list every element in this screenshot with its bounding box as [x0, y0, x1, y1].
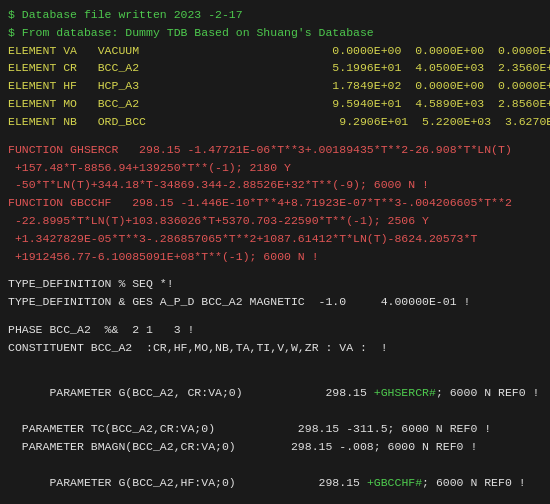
parameter-g-cr-va: PARAMETER G(BCC_A2, CR:VA;0) 298.15 +GHS… — [8, 367, 542, 420]
constituent-bcc-a2: CONSTITUENT BCC_A2 :CR,HF,MO,NB,TA,TI,V,… — [8, 339, 542, 357]
parameter-bmagn-cr-va: PARAMETER BMAGN(BCC_A2,CR:VA;0) 298.15 -… — [8, 438, 542, 456]
typedef-1: TYPE_DEFINITION % SEQ *! — [8, 275, 542, 293]
element-va: ELEMENT VA VACUUM 0.0000E+00 0.0000E+00 … — [8, 42, 542, 60]
element-hf: ELEMENT HF HCP_A3 1.7849E+02 0.0000E+00 … — [8, 77, 542, 95]
terminal-window: $ Database file written 2023 -2-17 $ Fro… — [0, 0, 550, 504]
parameter-tc-cr-va: PARAMETER TC(BCC_A2,CR:VA;0) 298.15 -311… — [8, 420, 542, 438]
function-gbcchf-1: FUNCTION GBCCHF 298.15 -1.446E-10*T**4+8… — [8, 194, 542, 212]
typedef-2: TYPE_DEFINITION & GES A_P_D BCC_A2 MAGNE… — [8, 293, 542, 311]
function-ghsercr-3: -50*T*LN(T)+344.18*T-34869.344-2.88526E+… — [8, 176, 542, 194]
function-gbcchf-4: +1912456.77-6.10085091E+08*T**(-1); 6000… — [8, 248, 542, 266]
function-ghsercr-2: +157.48*T-8856.94+139250*T**(-1); 2180 Y — [8, 159, 542, 177]
function-gbcchf-2: -22.8995*T*LN(T)+103.836026*T+5370.703-2… — [8, 212, 542, 230]
function-ghsercr-1: FUNCTION GHSERCR 298.15 -1.47721E-06*T**… — [8, 141, 542, 159]
element-nb: ELEMENT NB ORD_BCC 9.2906E+01 5.2200E+03… — [8, 113, 542, 131]
phase-bcc-a2: PHASE BCC_A2 %& 2 1 3 ! — [8, 321, 542, 339]
function-gbcchf-3: +1.3427829E-05*T**3-.286857065*T**2+1087… — [8, 230, 542, 248]
element-cr: ELEMENT CR BCC_A2 5.1996E+01 4.0500E+03 … — [8, 59, 542, 77]
element-mo: ELEMENT MO BCC_A2 9.5940E+01 4.5890E+03 … — [8, 95, 542, 113]
parameter-g-hf-va: PARAMETER G(BCC_A2,HF:VA;0) 298.15 +GBCC… — [8, 456, 542, 504]
header-line-2: $ From database: Dummy TDB Based on Shua… — [8, 24, 542, 42]
header-line-1: $ Database file written 2023 -2-17 — [8, 6, 542, 24]
